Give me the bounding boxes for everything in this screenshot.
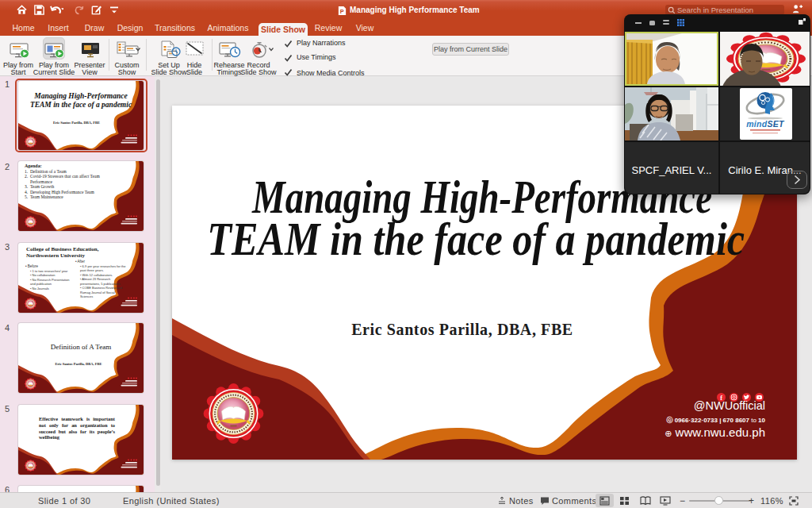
svg-text:mindSET: mindSET: [746, 119, 785, 129]
svg-text:P: P: [340, 8, 344, 15]
